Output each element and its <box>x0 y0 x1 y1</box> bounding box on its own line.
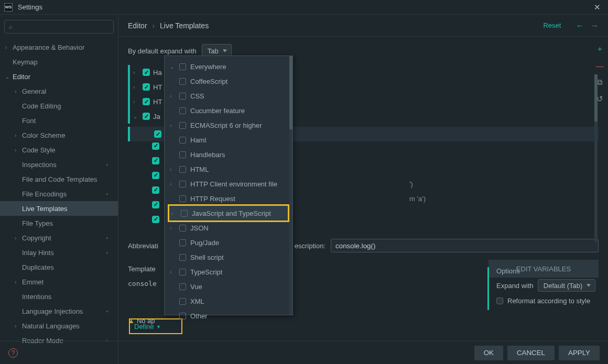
context-item[interactable]: ›TypeScript <box>165 264 292 279</box>
abbreviation-label: Abbreviati <box>128 242 158 250</box>
reformat-label: Reformat according to style <box>507 297 590 305</box>
group-checkbox[interactable] <box>143 83 150 91</box>
template-toolbar: ＋ — ⧉ ↺ <box>591 44 608 104</box>
context-checkbox[interactable] <box>179 137 186 144</box>
context-item[interactable]: Shell script <box>165 250 292 264</box>
sidebar-item[interactable]: ›Appearance & Behavior <box>0 40 118 54</box>
context-checkbox[interactable] <box>179 166 186 173</box>
window-title: Settings <box>18 3 591 11</box>
add-icon[interactable]: ＋ <box>596 44 604 54</box>
context-checkbox[interactable] <box>179 225 186 231</box>
template-checkbox[interactable] <box>152 201 159 208</box>
search-input[interactable]: ⌕ <box>4 20 114 34</box>
template-text-label: Template <box>128 265 156 273</box>
scrollbar-thumb[interactable] <box>594 74 598 122</box>
options-expand-label: Expand with <box>496 282 534 290</box>
sidebar-item[interactable]: Intentions <box>0 289 118 304</box>
nav-arrows: ← → <box>570 21 599 30</box>
template-checkbox[interactable] <box>152 216 159 223</box>
template-preview-text-2: m 'a') <box>409 195 426 203</box>
template-checkbox[interactable] <box>152 142 159 150</box>
sidebar-item[interactable]: Language Injections▫ <box>0 304 118 318</box>
context-item[interactable]: HTTP Request <box>165 191 292 206</box>
template-preview-text-1: ') <box>409 180 413 188</box>
context-item[interactable]: ›HTTP Client environment file <box>165 177 292 191</box>
context-item[interactable]: Cucumber feature <box>165 103 292 118</box>
sidebar-item[interactable]: ›Code Style <box>0 142 118 157</box>
group-checkbox[interactable] <box>143 113 150 120</box>
context-item[interactable]: ›JSON <box>165 220 292 235</box>
context-checkbox[interactable] <box>179 93 186 100</box>
context-checkbox[interactable] <box>179 63 186 70</box>
context-checkbox[interactable] <box>179 181 186 187</box>
context-item[interactable]: ›CSS <box>165 89 292 103</box>
context-item[interactable]: Pug/Jade <box>165 235 292 250</box>
description-label: escription: <box>295 242 325 250</box>
sidebar-item[interactable]: ⌄Editor <box>0 69 118 84</box>
dialog-footer: ? OK CANCEL APPLY <box>0 341 608 364</box>
context-item[interactable]: XML <box>165 294 292 308</box>
template-checkbox[interactable] <box>152 186 159 194</box>
sidebar-item[interactable]: Live Templates <box>0 201 118 216</box>
ok-button[interactable]: OK <box>474 346 503 360</box>
titlebar: WS Settings ✕ <box>0 0 608 15</box>
description-input[interactable] <box>331 239 599 252</box>
sidebar-item[interactable]: File Types <box>0 216 118 230</box>
context-item[interactable]: ⌄Everywhere <box>165 59 292 74</box>
sidebar-item[interactable]: Code Editing <box>0 98 118 113</box>
context-item[interactable]: ›HTML <box>165 162 292 177</box>
sidebar-item[interactable]: Inspections▫ <box>0 157 118 172</box>
context-checkbox[interactable] <box>179 298 186 305</box>
group-checkbox[interactable] <box>143 98 150 105</box>
context-item[interactable]: ›ECMAScript 6 or higher <box>165 118 292 133</box>
context-item[interactable]: Handlebars <box>165 147 292 162</box>
help-icon[interactable]: ? <box>8 348 18 358</box>
back-icon[interactable]: ← <box>576 21 583 30</box>
template-checkbox[interactable] <box>152 157 159 164</box>
context-item[interactable]: Vue <box>165 279 292 294</box>
cancel-button[interactable]: CANCEL <box>507 346 555 360</box>
context-item[interactable]: CoffeeScript <box>165 74 292 89</box>
sidebar-item[interactable]: Font <box>0 113 118 128</box>
context-checkbox[interactable] <box>179 195 186 202</box>
template-checkbox[interactable] <box>154 130 161 138</box>
sidebar-item[interactable]: Duplicates <box>0 260 118 274</box>
context-checkbox[interactable] <box>179 122 186 129</box>
copy-icon[interactable]: ⧉ <box>597 78 603 87</box>
context-item[interactable]: Haml <box>165 133 292 147</box>
sidebar-item[interactable]: Inlay Hints▫ <box>0 245 118 260</box>
sidebar-item[interactable]: ›Emmet <box>0 274 118 289</box>
search-icon: ⌕ <box>9 23 13 30</box>
sidebar-item[interactable]: File Encodings▫ <box>0 186 118 201</box>
context-checkbox[interactable] <box>179 313 186 319</box>
sidebar-item[interactable]: ›Copyright▫ <box>0 230 118 245</box>
sidebar-item[interactable]: ›Natural Languages <box>0 318 118 333</box>
sidebar-item[interactable]: Keymap <box>0 54 118 69</box>
reformat-checkbox[interactable] <box>496 297 503 304</box>
sidebar-item[interactable]: ›General <box>0 84 118 98</box>
context-item[interactable]: Other <box>165 308 292 323</box>
context-checkbox[interactable] <box>179 283 186 290</box>
context-checkbox[interactable] <box>179 78 186 85</box>
reset-link[interactable]: Reset <box>543 21 561 29</box>
context-checkbox[interactable] <box>181 210 188 217</box>
apply-button[interactable]: APPLY <box>559 346 600 360</box>
context-checkbox[interactable] <box>179 254 186 261</box>
context-checkbox[interactable] <box>179 151 186 158</box>
template-checkbox[interactable] <box>152 172 159 179</box>
forward-icon[interactable]: → <box>591 21 599 30</box>
context-checkbox[interactable] <box>179 239 186 246</box>
expand-with-label: By default expand with <box>128 47 197 55</box>
remove-icon[interactable]: — <box>596 61 604 70</box>
sidebar-item[interactable]: File and Code Templates <box>0 172 118 186</box>
sidebar: ⌕ ›Appearance & BehaviorKeymap⌄Editor›Ge… <box>0 15 118 364</box>
context-checkbox[interactable] <box>179 269 186 275</box>
context-item[interactable]: ›JavaScript and TypeScript <box>168 204 289 222</box>
options-expand-select[interactable]: Default (Tab) <box>538 279 595 292</box>
close-icon[interactable]: ✕ <box>591 3 604 12</box>
options-title: Options <box>496 267 598 275</box>
breadcrumb: Editor › Live Templates <box>128 21 543 30</box>
sidebar-item[interactable]: ›Color Scheme <box>0 128 118 142</box>
group-checkbox[interactable] <box>143 69 150 76</box>
context-checkbox[interactable] <box>179 107 186 114</box>
